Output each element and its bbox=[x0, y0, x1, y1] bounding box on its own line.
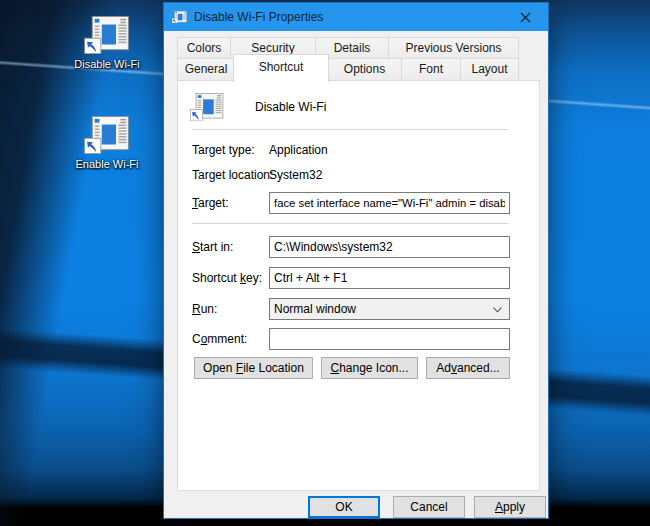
dialog-title: Disable Wi-Fi Properties bbox=[194, 10, 503, 24]
run-label: Run: bbox=[192, 302, 217, 316]
tab-layout[interactable]: Layout bbox=[460, 58, 519, 81]
tab-options[interactable]: Options bbox=[327, 58, 402, 81]
shortcut-window-icon bbox=[84, 16, 130, 54]
comment-label: Comment: bbox=[192, 332, 247, 346]
tab-shortcut[interactable]: Shortcut bbox=[233, 54, 329, 82]
close-icon bbox=[520, 12, 531, 23]
target-location-label: Target location: bbox=[192, 168, 273, 182]
shortcut-window-icon bbox=[190, 93, 224, 121]
change-icon-button[interactable]: Change Icon... bbox=[321, 357, 418, 379]
dialog-titlebar[interactable]: Disable Wi-Fi Properties bbox=[164, 3, 548, 31]
comment-input[interactable] bbox=[269, 328, 510, 350]
shortcut-name: Disable Wi-Fi bbox=[255, 100, 326, 114]
target-type-value: Application bbox=[269, 143, 328, 157]
open-file-location-button[interactable]: Open File Location bbox=[194, 357, 313, 379]
tab-font[interactable]: Font bbox=[401, 58, 461, 81]
desktop-icon-enable-wifi[interactable]: Enable Wi-Fi bbox=[61, 116, 153, 170]
app-icon bbox=[172, 11, 187, 24]
start-in-label: Start in: bbox=[192, 240, 233, 254]
tab-previous-versions[interactable]: Previous Versions bbox=[388, 37, 519, 59]
target-type-label: Target type: bbox=[192, 143, 255, 157]
separator bbox=[192, 223, 508, 224]
desktop-icon-label: Enable Wi-Fi bbox=[61, 158, 153, 170]
apply-button[interactable]: Apply bbox=[474, 496, 546, 518]
advanced-button[interactable]: Advanced... bbox=[426, 357, 510, 379]
run-dropdown-value: Normal window bbox=[274, 302, 356, 316]
target-label: Target: bbox=[192, 196, 229, 210]
start-in-input[interactable] bbox=[269, 236, 510, 258]
separator bbox=[192, 129, 508, 130]
desktop-icon-disable-wifi[interactable]: Disable Wi-Fi bbox=[61, 16, 153, 70]
desktop-icon-label: Disable Wi-Fi bbox=[61, 58, 153, 70]
run-dropdown[interactable]: Normal window bbox=[269, 298, 510, 320]
tab-general[interactable]: General bbox=[177, 58, 235, 81]
tab-page-shortcut: Disable Wi-Fi Target type: Application T… bbox=[177, 80, 540, 491]
target-input[interactable] bbox=[269, 192, 510, 214]
chevron-down-icon bbox=[493, 307, 502, 313]
shortcut-window-icon bbox=[84, 116, 130, 154]
properties-dialog: Disable Wi-Fi Properties Colors Security… bbox=[163, 2, 549, 519]
tab-colors[interactable]: Colors bbox=[177, 37, 231, 59]
cancel-button[interactable]: Cancel bbox=[393, 496, 465, 518]
shortcut-key-input[interactable] bbox=[269, 267, 510, 289]
ok-button[interactable]: OK bbox=[308, 496, 380, 518]
target-location-value: System32 bbox=[269, 168, 322, 182]
desktop: Disable Wi-Fi Enable Wi-Fi Disable Wi-Fi… bbox=[0, 0, 650, 526]
shortcut-key-label: Shortcut key: bbox=[192, 271, 262, 285]
close-button[interactable] bbox=[503, 3, 548, 31]
